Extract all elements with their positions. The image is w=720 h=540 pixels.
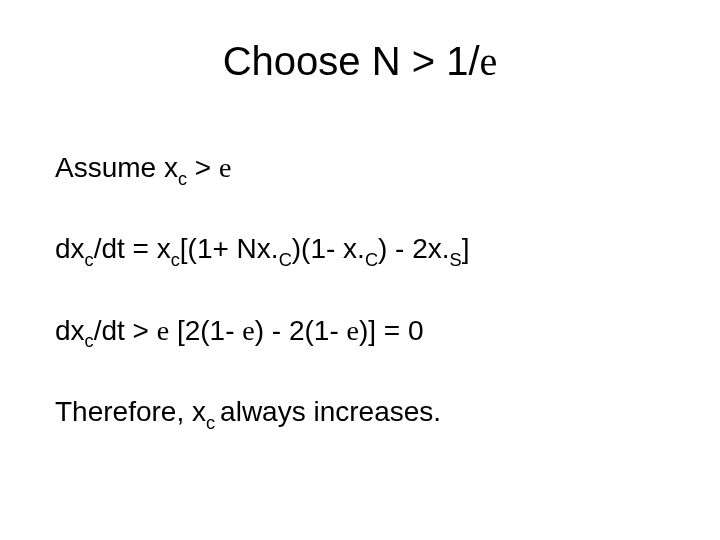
subscript-C: C — [365, 250, 378, 270]
text: Therefore, x — [55, 396, 206, 427]
slide-title: Choose N > 1/e — [0, 38, 720, 85]
text: )] = 0 — [359, 315, 424, 346]
subscript-S: S — [450, 250, 462, 270]
title-text: Choose N > 1/ — [223, 39, 480, 83]
text: /dt = x — [94, 233, 171, 264]
epsilon-symbol: e — [480, 39, 498, 84]
text: ] — [462, 233, 470, 264]
epsilon-symbol: e — [242, 315, 254, 346]
text: [2(1- — [169, 315, 242, 346]
text: /dt > — [94, 315, 157, 346]
text: dx — [55, 233, 85, 264]
epsilon-symbol: e — [347, 315, 359, 346]
text: > — [187, 152, 219, 183]
text: always increases. — [220, 396, 441, 427]
text: [(1+ Nx. — [180, 233, 279, 264]
text: dx — [55, 315, 85, 346]
epsilon-symbol: e — [157, 315, 169, 346]
slide-body: Assume xc > e dxc/dt = xc[(1+ Nx.C)(1- x… — [55, 150, 665, 433]
text: Assume x — [55, 152, 178, 183]
subscript-c: c — [85, 250, 94, 270]
text: ) - 2(1- — [255, 315, 347, 346]
text: ) - 2x. — [378, 233, 450, 264]
subscript-c: c — [85, 331, 94, 351]
slide: Choose N > 1/e Assume xc > e dxc/dt = xc… — [0, 0, 720, 540]
subscript-C: C — [279, 250, 292, 270]
line-eq2: dxc/dt > e [2(1- e) - 2(1- e)] = 0 — [55, 313, 665, 352]
subscript-c: c — [206, 413, 220, 433]
epsilon-symbol: e — [219, 152, 231, 183]
subscript-c: c — [171, 250, 180, 270]
text: )(1- x. — [292, 233, 365, 264]
line-conclusion: Therefore, xc always increases. — [55, 394, 665, 433]
line-eq1: dxc/dt = xc[(1+ Nx.C)(1- x.C) - 2x.S] — [55, 231, 665, 270]
line-assume: Assume xc > e — [55, 150, 665, 189]
subscript-c: c — [178, 169, 187, 189]
